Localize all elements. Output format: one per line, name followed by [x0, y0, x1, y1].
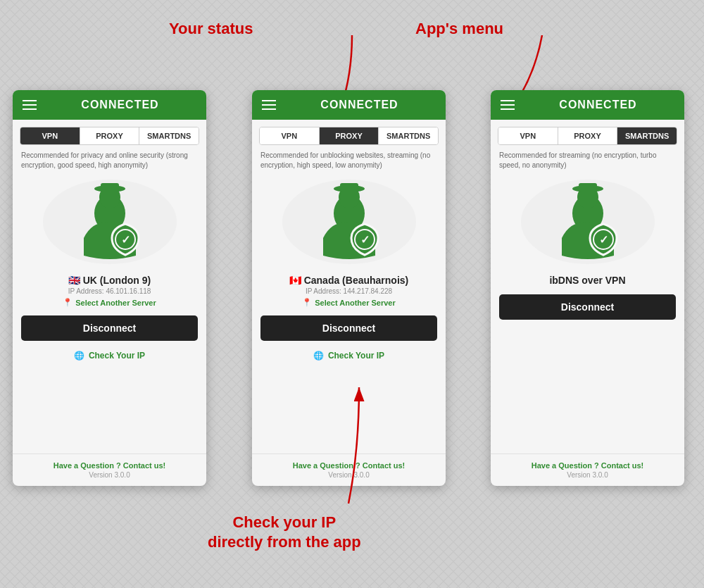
- phone2-select-server[interactable]: 📍 Select Another Server: [259, 298, 439, 307]
- phone1-description: Recommended for privacy and online secur…: [13, 145, 206, 175]
- world-map-bg-2: [279, 176, 420, 268]
- globe-icon: 🌐: [74, 351, 84, 361]
- annotation-apps-menu: App's menu: [415, 20, 503, 38]
- location-icon: 📍: [63, 298, 73, 307]
- phone1-version: Version 3.0.0: [20, 471, 199, 479]
- hamburger-icon[interactable]: [23, 100, 37, 110]
- phone3-status: CONNECTED: [522, 99, 674, 111]
- tab-proxy-3[interactable]: PROXY: [558, 127, 618, 144]
- phone1-ip: IP Address: 46.101.16.118: [20, 287, 199, 295]
- phone3-header: CONNECTED: [491, 90, 684, 120]
- phone2-status: CONNECTED: [283, 99, 436, 111]
- phone1-contact[interactable]: Have a Question ? Contact us!: [20, 461, 199, 470]
- phone3-server-info: ibDNS over VPN: [491, 269, 684, 287]
- tab-smartdns[interactable]: SMARTDNS: [139, 127, 199, 144]
- phone3-version: Version 3.0.0: [498, 471, 677, 479]
- hamburger-icon-2[interactable]: [262, 100, 276, 110]
- world-map-bg-3: [517, 176, 658, 268]
- phone2-header: CONNECTED: [252, 90, 446, 120]
- location-icon-2: 📍: [302, 298, 312, 307]
- phone3-spy-area: ✓: [491, 175, 684, 269]
- annotation-check-ip: Check your IPdirectly from the app: [208, 513, 361, 553]
- phone1-flag: 🇬🇧: [68, 275, 83, 286]
- world-map-bg: [39, 176, 180, 268]
- phone1-select-server[interactable]: 📍 Select Another Server: [20, 298, 199, 307]
- phone1-footer: Have a Question ? Contact us! Version 3.…: [13, 453, 206, 486]
- tab-smartdns-2[interactable]: SMARTDNS: [379, 127, 438, 144]
- phone3-contact[interactable]: Have a Question ? Contact us!: [498, 461, 677, 470]
- phone2-check-ip[interactable]: 🌐 Check Your IP: [252, 351, 446, 361]
- phone1-check-ip[interactable]: 🌐 Check Your IP: [13, 351, 206, 361]
- phone2-footer: Have a Question ? Contact us! Version 3.…: [252, 453, 446, 486]
- phone2-version: Version 3.0.0: [259, 471, 439, 479]
- phone1-server-info: 🇬🇧 UK (London 9) IP Address: 46.101.16.1…: [13, 269, 206, 308]
- phone1-server-name: 🇬🇧 UK (London 9): [20, 275, 199, 286]
- phone-card-vpn: CONNECTED VPN PROXY SMARTDNS Recommended…: [13, 90, 206, 486]
- tab-proxy-2[interactable]: PROXY: [320, 127, 379, 144]
- phone-card-smartdns: CONNECTED VPN PROXY SMARTDNS Recommended…: [491, 90, 684, 486]
- svg-point-16: [521, 180, 655, 264]
- phone3-server-name: ibDNS over VPN: [498, 275, 677, 286]
- phone2-tab-bar: VPN PROXY SMARTDNS: [259, 127, 439, 145]
- phone2-description: Recommended for unblocking websites, str…: [252, 145, 446, 175]
- phone2-contact[interactable]: Have a Question ? Contact us!: [259, 461, 439, 470]
- globe-icon-2: 🌐: [313, 351, 324, 361]
- phone2-spy-area: ✓: [252, 175, 446, 269]
- tab-proxy[interactable]: PROXY: [80, 127, 140, 144]
- phone2-server-info: 🇨🇦 Canada (Beauharnois) IP Address: 144.…: [252, 269, 446, 308]
- phone-card-proxy: CONNECTED VPN PROXY SMARTDNS Recommended…: [252, 90, 446, 486]
- phone1-status: CONNECTED: [44, 99, 196, 111]
- phone3-description: Recommended for streaming (no encryption…: [491, 145, 684, 175]
- phone2-disconnect-button[interactable]: Disconnect: [260, 315, 437, 341]
- phone1-tab-bar: VPN PROXY SMARTDNS: [20, 127, 199, 145]
- annotation-your-status: Your status: [169, 20, 253, 38]
- phone2-ip: IP Address: 144.217.84.228: [259, 287, 439, 295]
- tab-vpn-3[interactable]: VPN: [498, 127, 558, 144]
- phone1-header: CONNECTED: [13, 90, 206, 120]
- svg-point-2: [43, 180, 177, 264]
- phone3-disconnect-button[interactable]: Disconnect: [499, 294, 676, 320]
- phone3-tab-bar: VPN PROXY SMARTDNS: [498, 127, 677, 145]
- phone2-flag: 🇨🇦: [289, 275, 304, 286]
- phone1-disconnect-button[interactable]: Disconnect: [21, 315, 198, 341]
- tab-vpn-2[interactable]: VPN: [260, 127, 320, 144]
- svg-point-9: [282, 180, 416, 264]
- phone2-server-name: 🇨🇦 Canada (Beauharnois): [259, 275, 439, 286]
- tab-vpn[interactable]: VPN: [20, 127, 80, 144]
- phone3-footer: Have a Question ? Contact us! Version 3.…: [491, 453, 684, 486]
- phone1-spy-area: ✓: [13, 175, 206, 269]
- hamburger-icon-3[interactable]: [501, 100, 515, 110]
- tab-smartdns-3[interactable]: SMARTDNS: [617, 127, 677, 144]
